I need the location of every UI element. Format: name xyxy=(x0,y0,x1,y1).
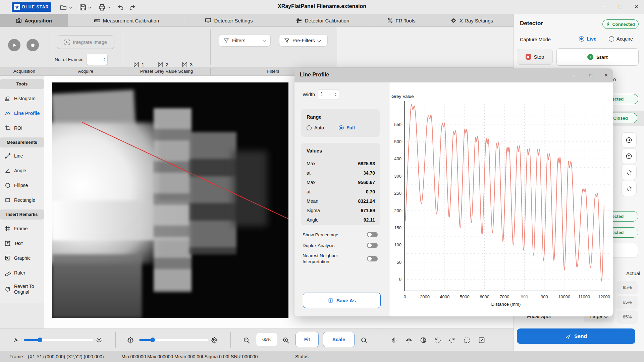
tab-measurement-calibration[interactable]: Measurement Calibration xyxy=(68,14,185,27)
capture-mode-acquire-radio[interactable]: Acquire xyxy=(609,36,633,42)
dialog-title: Line Profile xyxy=(300,72,329,78)
crop-resize-icon[interactable] xyxy=(463,337,471,344)
arrow-up-circle-button[interactable] xyxy=(622,149,636,164)
zoom-out-icon[interactable] xyxy=(243,337,250,344)
camera-icon xyxy=(16,17,22,23)
stop-label: Stop xyxy=(534,54,544,60)
section-label: Acquisition xyxy=(0,69,49,74)
dialog-maximize-button[interactable]: □ xyxy=(586,71,596,80)
range-auto-radio[interactable]: Auto xyxy=(307,125,324,130)
sidebar-item-line[interactable]: Line xyxy=(5,151,44,161)
sidebar-item-label: Histogram xyxy=(14,96,36,101)
scale-button[interactable]: Scale xyxy=(323,332,355,347)
frames-stepper[interactable]: ▴▾ xyxy=(86,54,108,65)
image-adjust-toolbar: 65% Fit Scale xyxy=(0,328,514,351)
zoom-in-icon[interactable] xyxy=(282,337,289,344)
invert-icon[interactable] xyxy=(420,337,427,344)
red-profile-line[interactable] xyxy=(82,122,288,219)
maximize-button[interactable]: □ xyxy=(615,2,626,11)
flip-vertical-icon[interactable] xyxy=(390,337,398,344)
minimize-button[interactable]: – xyxy=(599,2,610,11)
dialog-close-button[interactable]: × xyxy=(601,71,611,80)
chart-svg: 5505004003002502001501005000200040005000… xyxy=(389,82,613,316)
capture-mode-live-radio[interactable]: Live xyxy=(579,36,596,42)
value-row: Angle92.11 xyxy=(307,217,375,223)
ellipse-icon xyxy=(5,182,11,188)
sidebar-item-label: Frame xyxy=(14,226,28,231)
show-percentage-switch[interactable] xyxy=(367,232,378,237)
badge-label: Closed xyxy=(613,116,628,121)
stop-button[interactable] xyxy=(26,39,39,51)
flip-horizontal-icon[interactable] xyxy=(405,337,413,344)
save-as-button[interactable]: Save As xyxy=(303,293,381,308)
percent-readout-1: 65% xyxy=(617,281,638,294)
tab-acquisition[interactable]: Acquisition xyxy=(0,14,68,27)
dialog-title-bar[interactable]: Line Profile – □ × xyxy=(294,68,613,82)
sidebar-item-ellipse[interactable]: Ellipse xyxy=(5,180,44,190)
duplex-analysis-switch[interactable] xyxy=(367,243,378,248)
sidebar-item-angle[interactable]: Angle xyxy=(5,166,44,176)
capture-mode-label: Capture Mode xyxy=(520,37,551,42)
rotate-cw-icon[interactable] xyxy=(448,337,456,344)
frame-label: Frame: xyxy=(9,354,24,359)
sidebar-item-label: Ellipse xyxy=(14,183,28,188)
width-stepper[interactable]: 1 ▴▾ xyxy=(318,89,339,100)
tab-label: Detector Settings xyxy=(214,18,253,23)
close-button[interactable]: × xyxy=(631,2,642,11)
sidebar-item-line-profile[interactable]: Line Profile xyxy=(5,108,44,118)
stepper-arrows-icon[interactable]: ▴▾ xyxy=(104,57,105,61)
sidebar-item-graphic[interactable]: Graphic xyxy=(5,253,44,263)
range-title: Range xyxy=(301,109,380,120)
frame-coords: (X1,Y1):(000,000) (X2,Y2):(000,000) xyxy=(28,354,104,359)
xray-image[interactable] xyxy=(52,82,288,318)
play-button[interactable] xyxy=(8,39,20,51)
tab-xray-settings[interactable]: X-Ray Settings xyxy=(430,14,513,27)
nearest-neighbor-toggle-row: Nearest Neighbor Interpretation xyxy=(303,253,378,264)
paper-plane-icon xyxy=(565,334,571,339)
arrow-right-circle-button[interactable] xyxy=(622,133,636,147)
refresh-button-2[interactable] xyxy=(622,181,636,196)
filters-dropdown[interactable]: Filters xyxy=(219,34,271,47)
detector-start-button[interactable]: Start xyxy=(556,48,639,66)
sidebar-item-text[interactable]: Text xyxy=(5,238,44,248)
rotate-ccw-icon[interactable] xyxy=(434,337,441,344)
chevron-down-icon xyxy=(263,39,266,42)
toggle-label: Show Percentage xyxy=(303,232,338,237)
sidebar-item-revert-to-original[interactable]: Revert To Orignal xyxy=(5,282,44,297)
detector-stop-button[interactable]: Stop xyxy=(517,49,553,65)
fit-button[interactable]: Fit xyxy=(296,332,319,347)
range-group: Range Auto Full xyxy=(301,109,380,137)
tab-fr-tools[interactable]: FR Tools xyxy=(372,14,430,27)
window-title: XRayFlatPanel Filename.extension xyxy=(0,3,644,9)
nearest-neighbor-switch[interactable] xyxy=(367,256,378,261)
tab-detector-settings[interactable]: Detector Settings xyxy=(185,14,273,27)
graphic-image-icon xyxy=(5,255,11,261)
stepper-arrows-icon[interactable]: ▴▾ xyxy=(335,93,336,97)
sidebar-item-rectangle[interactable]: Rectangle xyxy=(5,195,44,205)
svg-text:2000: 2000 xyxy=(420,294,430,299)
contrast-slider-thumb[interactable] xyxy=(150,338,155,342)
sidebar-section-tools: Tools xyxy=(0,79,44,89)
svg-text:50: 50 xyxy=(397,260,401,265)
sidebar-item-histogram[interactable]: Histogram xyxy=(5,94,44,104)
range-full-radio[interactable]: Full xyxy=(339,125,355,130)
sidebar-item-frame[interactable]: Frame xyxy=(5,224,44,234)
sidebar-item-roi[interactable]: ROI xyxy=(5,123,44,133)
export-view-icon[interactable] xyxy=(478,337,485,344)
contrast-settings-icon[interactable] xyxy=(211,337,218,344)
integrate-image-button[interactable]: Integrate Image xyxy=(57,36,114,49)
radio-selected-icon xyxy=(579,36,584,42)
sidebar-section-insert-remarks: Insert Remarks xyxy=(0,209,44,220)
tab-detector-calibration[interactable]: Detector Calibration xyxy=(273,14,372,27)
magnifier-icon[interactable] xyxy=(360,337,368,344)
plug-icon xyxy=(606,22,610,26)
zoom-level-readout: 65% xyxy=(256,333,277,346)
save-file-icon xyxy=(328,298,333,303)
send-button[interactable]: Send xyxy=(517,328,635,344)
refresh-button[interactable] xyxy=(622,165,636,180)
brightness-slider-thumb[interactable] xyxy=(38,338,42,342)
dialog-minimize-button[interactable]: – xyxy=(569,71,579,80)
sidebar-item-ruler[interactable]: Ruler xyxy=(5,268,44,278)
prefilters-dropdown[interactable]: Pre-Filters xyxy=(279,34,328,47)
sidebar-item-label: Angle xyxy=(14,168,26,173)
